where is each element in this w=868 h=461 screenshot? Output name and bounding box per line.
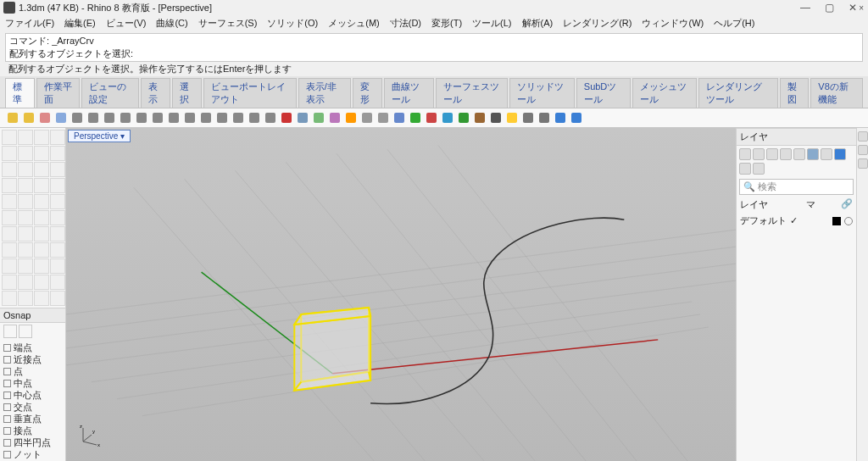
layer-row-default[interactable]: デフォルト ✓ xyxy=(737,213,856,229)
toolbar-button[interactable] xyxy=(150,110,165,125)
checkbox-icon[interactable] xyxy=(3,380,11,387)
tool-button[interactable] xyxy=(2,210,17,225)
tool-button[interactable] xyxy=(18,178,33,193)
perspective-viewport[interactable]: Perspective ▾ xyxy=(66,128,736,461)
toolbar-button[interactable] xyxy=(182,110,198,125)
ribbon-tab[interactable]: ビューポートレイアウト xyxy=(203,78,297,108)
osnap-filter-icon[interactable] xyxy=(19,325,32,338)
tool-button[interactable] xyxy=(2,130,17,145)
osnap-item[interactable]: 垂直点 xyxy=(3,413,62,425)
more-icon[interactable] xyxy=(753,163,765,175)
tool-button[interactable] xyxy=(50,162,65,177)
osnap-item[interactable]: 中点 xyxy=(3,377,62,389)
tool-button[interactable] xyxy=(50,291,65,306)
osnap-item[interactable]: 接点 xyxy=(3,425,62,436)
tools-icon[interactable] xyxy=(821,148,832,160)
ribbon-tab[interactable]: レンダリングツール xyxy=(698,78,777,108)
menu-item[interactable]: 解析(A) xyxy=(522,17,554,30)
toolbar-button[interactable] xyxy=(569,110,584,125)
menu-item[interactable]: ツール(L) xyxy=(472,17,511,30)
ribbon-tab[interactable]: メッシュツール xyxy=(632,78,698,108)
filter-icon[interactable] xyxy=(807,148,819,160)
ribbon-tab[interactable]: 製図 xyxy=(780,78,810,108)
command-prompt[interactable]: 配列するオブジェクトを選択。操作を完了するにはEnterを押します xyxy=(0,62,868,76)
toolbar-button[interactable] xyxy=(134,110,149,125)
tool-button[interactable] xyxy=(50,210,65,225)
tool-button[interactable] xyxy=(18,146,33,161)
osnap-toggle-icon[interactable] xyxy=(3,325,17,338)
ribbon-tab[interactable]: V8の新機能 xyxy=(810,78,863,108)
tool-button[interactable] xyxy=(50,146,65,161)
tool-button[interactable] xyxy=(34,210,49,225)
toolbar-button[interactable] xyxy=(118,110,133,125)
menu-item[interactable]: 編集(E) xyxy=(64,17,96,30)
toolbar-button[interactable] xyxy=(504,110,520,125)
toolbar-button[interactable] xyxy=(86,110,101,125)
ribbon-tab[interactable]: ソリッドツール xyxy=(509,78,575,108)
toolbar-button[interactable] xyxy=(37,110,53,125)
ribbon-tab[interactable]: SubDツール xyxy=(576,78,631,108)
tool-button[interactable] xyxy=(18,242,33,258)
menu-item[interactable]: ヘルプ(H) xyxy=(714,17,754,30)
tool-button[interactable] xyxy=(34,146,49,161)
tool-button[interactable] xyxy=(2,178,17,193)
tool-button[interactable] xyxy=(34,291,49,306)
tool-button[interactable] xyxy=(34,226,49,242)
osnap-item[interactable]: 中心点 xyxy=(3,389,62,401)
toolbar-button[interactable] xyxy=(343,110,359,125)
maximize-button[interactable]: ▢ xyxy=(817,1,841,14)
tool-button[interactable] xyxy=(2,146,17,161)
ribbon-tab[interactable]: 表示 xyxy=(141,78,170,108)
toolbar-button[interactable] xyxy=(214,110,230,125)
toolbar-button[interactable] xyxy=(53,110,69,125)
osnap-item[interactable]: ノット xyxy=(3,448,62,460)
osnap-close-icon[interactable]: × xyxy=(856,3,866,13)
tool-button[interactable] xyxy=(2,242,17,258)
tool-button[interactable] xyxy=(2,226,17,242)
menu-item[interactable]: ビュー(V) xyxy=(106,17,147,30)
tool-button[interactable] xyxy=(50,258,65,274)
tool-button[interactable] xyxy=(2,258,17,274)
osnap-item[interactable]: 交点 xyxy=(3,401,62,413)
side-tab-1[interactable] xyxy=(858,131,868,142)
tool-button[interactable] xyxy=(18,291,33,306)
checkbox-icon[interactable] xyxy=(3,392,11,399)
tool-button[interactable] xyxy=(18,226,33,242)
tool-button[interactable] xyxy=(34,258,49,274)
tool-button[interactable] xyxy=(18,258,33,274)
toolbar-button[interactable] xyxy=(553,110,568,125)
toolbar-button[interactable] xyxy=(231,110,246,125)
checkbox-icon[interactable] xyxy=(3,344,11,352)
tool-button[interactable] xyxy=(34,194,49,209)
toolbar-button[interactable] xyxy=(456,110,471,125)
side-tab-3[interactable] xyxy=(858,158,868,169)
menu-item[interactable]: レンダリング(R) xyxy=(563,17,632,30)
ribbon-tab[interactable]: 標準 xyxy=(5,78,35,108)
toolbar-button[interactable] xyxy=(408,110,423,125)
menu-item[interactable]: ファイル(F) xyxy=(5,17,54,30)
osnap-item[interactable]: 点 xyxy=(3,365,62,377)
tool-button[interactable] xyxy=(34,162,49,177)
tool-button[interactable] xyxy=(50,275,65,290)
minimize-button[interactable]: — xyxy=(793,1,817,14)
tool-button[interactable] xyxy=(2,194,17,209)
path-curve[interactable] xyxy=(370,218,624,403)
toolbar-button[interactable] xyxy=(520,110,536,125)
toolbar-button[interactable] xyxy=(247,110,262,125)
toolbar-button[interactable] xyxy=(359,110,375,125)
tool-button[interactable] xyxy=(18,130,33,145)
toolbar-button[interactable] xyxy=(102,110,117,125)
toolbar-button[interactable] xyxy=(21,110,36,125)
checkbox-icon[interactable] xyxy=(3,356,11,364)
menu-item[interactable]: ウィンドウ(W) xyxy=(642,17,704,30)
toolbar-button[interactable] xyxy=(70,110,85,125)
checkbox-icon[interactable] xyxy=(3,427,11,435)
tool-button[interactable] xyxy=(18,275,33,290)
toolbar-button[interactable] xyxy=(472,110,487,125)
layer-search-input[interactable]: 🔍 検索 xyxy=(739,179,854,195)
menu-item[interactable]: 曲線(C) xyxy=(156,17,187,30)
new-sublayer-icon[interactable] xyxy=(753,148,765,160)
tool-button[interactable] xyxy=(50,178,65,193)
new-layer-icon[interactable] xyxy=(739,148,751,160)
tool-button[interactable] xyxy=(2,291,17,306)
